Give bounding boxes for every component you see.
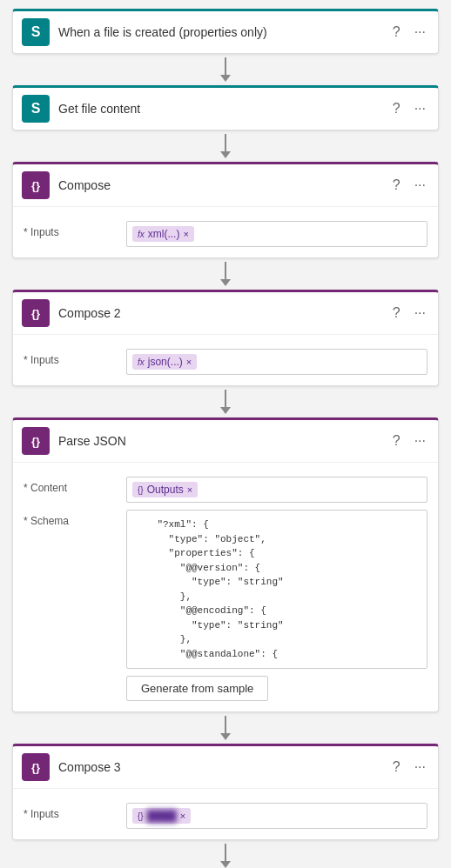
step-compose3-more-button[interactable]: ··· xyxy=(411,758,429,777)
step-compose2-body: * Inputs fx json(...) × xyxy=(13,334,438,385)
step-compose3-header: {} Compose 3 ? ··· xyxy=(13,746,438,788)
arrow-line-6 xyxy=(225,844,226,861)
parse-json-schema-row: * Schema "?xml": { "type": "object", "pr… xyxy=(24,510,427,669)
parse-json-outputs-token: {} Outputs × xyxy=(132,482,198,497)
step-compose3-help-button[interactable]: ? xyxy=(389,758,404,777)
step-parse-json-title: Parse JSON xyxy=(58,434,380,448)
arrow-head-1 xyxy=(220,75,231,82)
step-parse-json-header: {} Parse JSON ? ··· xyxy=(13,420,438,462)
arrow-head-6 xyxy=(220,861,231,868)
parse-json-schema-box[interactable]: "?xml": { "type": "object", "properties"… xyxy=(126,510,427,669)
flow-container: S When a file is created (properties onl… xyxy=(12,9,439,868)
step-parse-json-more-button[interactable]: ··· xyxy=(411,431,429,451)
step-get-file-actions: ? ··· xyxy=(389,99,429,118)
step-compose1-more-button[interactable]: ··· xyxy=(411,176,429,195)
compose2-json-token-label: json(...) xyxy=(148,356,183,368)
arrow-2 xyxy=(220,130,231,162)
arrow-line-3 xyxy=(225,262,226,279)
sharepoint-icon-trigger: S xyxy=(22,18,50,46)
compose3-inputs-label: * Inputs xyxy=(24,803,119,820)
compose3-blurred-token-close[interactable]: × xyxy=(180,811,185,821)
arrow-line-5 xyxy=(225,716,226,733)
step-get-file-header: S Get file content ? ··· xyxy=(13,88,438,130)
parse-json-icon: {} xyxy=(22,427,50,455)
arrow-head-4 xyxy=(220,407,231,414)
arrow-3 xyxy=(220,258,231,290)
step-parse-json-body: * Content {} Outputs × * Schema "?xml": … xyxy=(13,462,438,711)
parse-json-outputs-token-close[interactable]: × xyxy=(187,484,192,495)
step-compose3: {} Compose 3 ? ··· * Inputs {} ████ × xyxy=(12,744,439,840)
step-compose3-title: Compose 3 xyxy=(58,760,380,774)
compose1-xml-token-label: xml(...) xyxy=(148,228,180,240)
arrow-1 xyxy=(220,54,231,85)
compose2-inputs-field[interactable]: fx json(...) × xyxy=(126,349,427,375)
parse-json-content-label: * Content xyxy=(24,477,119,494)
step-parse-json: {} Parse JSON ? ··· * Content {} Outputs… xyxy=(12,417,439,712)
step-get-file-title: Get file content xyxy=(58,102,380,116)
arrow-6 xyxy=(220,840,231,868)
step-compose1-body: * Inputs fx xml(...) × xyxy=(13,206,438,257)
parse-json-content-row: * Content {} Outputs × xyxy=(24,477,427,503)
step-get-file: S Get file content ? ··· xyxy=(12,85,439,130)
compose1-inputs-row: * Inputs fx xml(...) × xyxy=(24,221,427,247)
arrow-5 xyxy=(220,712,231,744)
arrow-4 xyxy=(220,386,231,417)
compose1-inputs-label: * Inputs xyxy=(24,221,119,238)
compose2-inputs-label: * Inputs xyxy=(24,349,119,366)
step-parse-json-actions: ? ··· xyxy=(389,431,429,451)
compose3-icon: {} xyxy=(22,753,50,781)
step-compose1-title: Compose xyxy=(58,178,380,192)
compose3-blurred-token-label: ████ xyxy=(147,810,177,822)
compose1-icon: {} xyxy=(22,171,50,199)
step-compose3-body: * Inputs {} ████ × xyxy=(13,788,438,839)
step-trigger-help-button[interactable]: ? xyxy=(389,23,404,42)
step-get-file-help-button[interactable]: ? xyxy=(389,99,404,118)
arrow-line-4 xyxy=(225,390,226,407)
compose3-blurred-token: {} ████ × xyxy=(132,808,191,824)
compose1-xml-token-icon: fx xyxy=(138,230,145,239)
step-trigger-actions: ? ··· xyxy=(389,23,429,42)
step-trigger: S When a file is created (properties onl… xyxy=(12,9,439,54)
generate-from-sample-button[interactable]: Generate from sample xyxy=(126,676,268,701)
step-trigger-title: When a file is created (properties only) xyxy=(58,25,380,39)
step-trigger-header: S When a file is created (properties onl… xyxy=(13,11,438,53)
parse-json-outputs-token-label: Outputs xyxy=(147,484,184,496)
parse-json-content-field[interactable]: {} Outputs × xyxy=(126,477,427,503)
compose2-json-token: fx json(...) × xyxy=(132,354,197,370)
compose3-inputs-row: * Inputs {} ████ × xyxy=(24,803,427,829)
step-get-file-more-button[interactable]: ··· xyxy=(411,99,429,118)
step-compose2-actions: ? ··· xyxy=(389,304,429,323)
step-compose2-header: {} Compose 2 ? ··· xyxy=(13,292,438,334)
compose2-inputs-row: * Inputs fx json(...) × xyxy=(24,349,427,375)
compose2-json-token-icon: fx xyxy=(138,357,145,367)
step-compose1-help-button[interactable]: ? xyxy=(389,176,404,195)
step-compose1-header: {} Compose ? ··· xyxy=(13,164,438,206)
step-compose2-title: Compose 2 xyxy=(58,306,380,320)
sharepoint-icon-get-file: S xyxy=(22,95,50,123)
arrow-head-2 xyxy=(220,151,231,158)
arrow-line-1 xyxy=(225,57,226,75)
compose2-json-token-close[interactable]: × xyxy=(186,357,192,367)
arrow-line-2 xyxy=(225,134,226,151)
compose1-xml-token-close[interactable]: × xyxy=(183,229,188,239)
parse-json-outputs-token-icon: {} xyxy=(138,485,144,495)
step-compose3-actions: ? ··· xyxy=(389,758,429,777)
compose1-inputs-field[interactable]: fx xml(...) × xyxy=(126,221,427,247)
compose2-icon: {} xyxy=(22,299,50,327)
parse-json-schema-label: * Schema xyxy=(24,510,119,527)
step-compose1-actions: ? ··· xyxy=(389,176,429,195)
arrow-head-3 xyxy=(220,279,231,286)
arrow-head-5 xyxy=(220,733,231,740)
step-trigger-more-button[interactable]: ··· xyxy=(411,23,429,42)
compose1-xml-token: fx xml(...) × xyxy=(132,226,194,242)
step-compose2-more-button[interactable]: ··· xyxy=(411,304,429,323)
step-compose2-help-button[interactable]: ? xyxy=(389,304,404,323)
step-compose2: {} Compose 2 ? ··· * Inputs fx json(...)… xyxy=(12,290,439,386)
compose3-blurred-token-icon: {} xyxy=(138,811,144,821)
step-compose1: {} Compose ? ··· * Inputs fx xml(...) × xyxy=(12,162,439,258)
compose3-inputs-field[interactable]: {} ████ × xyxy=(126,803,427,829)
step-parse-json-help-button[interactable]: ? xyxy=(389,431,404,451)
